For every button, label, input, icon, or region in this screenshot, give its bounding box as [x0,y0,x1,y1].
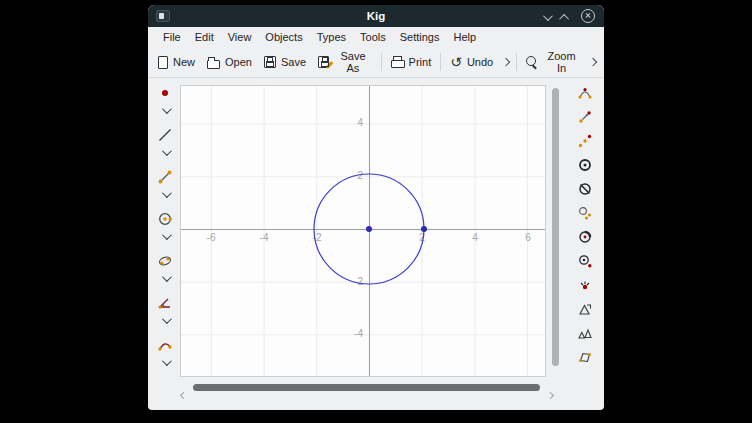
circle-by-three-points-icon [577,205,593,221]
polygon-vertices-icon [577,349,593,365]
printer-icon [391,56,404,69]
radius-point-object[interactable] [421,226,427,232]
toolbar-separator [516,53,517,71]
menu-settings[interactable]: Settings [393,29,447,45]
toolbar-overflow-chevron-icon[interactable] [589,58,597,66]
center-point-object[interactable] [366,226,372,232]
circle-tool-button[interactable] [153,209,177,229]
line-icon [157,127,173,143]
chevron-up-icon [559,14,569,24]
conic-icon [157,253,173,269]
three-points-icon [577,133,593,149]
zoom-in-icon [526,56,538,69]
horizontal-scrollbar[interactable] [180,381,558,394]
inversion-tool-button[interactable] [573,227,597,247]
menu-types[interactable]: Types [310,29,353,45]
reflect-polygon-icon [577,301,593,317]
angle-tool-button[interactable] [153,293,177,313]
angle-tool-expander[interactable] [153,313,177,327]
inversion-icon [577,229,593,245]
circle-tool-expander[interactable] [153,229,177,243]
test-point-icon [577,277,593,293]
segment-tool-button[interactable] [153,167,177,187]
segment-tool-expander[interactable] [153,187,177,201]
desktop-background: Kig File Edit View Objects Types Tools S… [0,0,752,423]
polygon-vertices-tool-button[interactable] [573,347,597,367]
circle-by-three-points-tool-button[interactable] [573,203,597,223]
menu-file[interactable]: File [156,29,188,45]
attach-label-tool-button[interactable] [573,251,597,271]
menubar: File Edit View Objects Types Tools Setti… [148,27,604,47]
point-icon [157,85,173,101]
chevron-down-icon [161,230,171,240]
menu-view[interactable]: View [221,29,259,45]
open-button[interactable]: Open [201,52,258,73]
conic-tool-expander[interactable] [153,271,177,285]
translate-point-tool-button[interactable] [573,107,597,127]
circle-icon [157,211,173,227]
line-tool-expander[interactable] [153,145,177,159]
main-toolbar: New Open Save Save As Print ↺ Un [148,47,604,78]
new-button[interactable]: New [152,52,201,73]
scroll-left-arrow-icon[interactable] [181,384,188,391]
window-title: Kig [148,10,604,22]
save-as-button[interactable]: Save As [312,46,378,78]
menu-tools[interactable]: Tools [353,29,393,45]
vertical-scrollbar-thumb[interactable] [552,88,559,366]
three-points-tool-button[interactable] [573,131,597,151]
print-button[interactable]: Print [385,52,438,73]
polygon-tool-button[interactable] [153,335,177,355]
circle-center-point-tool-button[interactable] [573,155,597,175]
titlebar[interactable]: Kig [148,5,604,27]
arc-by-points-icon [577,85,593,101]
maximize-button[interactable] [562,7,569,25]
scroll-right-arrow-icon[interactable] [548,384,555,391]
translate-point-icon [577,109,593,125]
similar-triangles-tool-button[interactable] [573,323,597,343]
chevron-down-icon [161,188,171,198]
segment-icon [157,169,173,185]
right-tool-column [570,83,600,367]
circle-center-point-icon [577,157,593,173]
kig-window: Kig File Edit View Objects Types Tools S… [148,5,604,410]
chevron-down-icon [161,146,171,156]
point-tool-button[interactable] [153,83,177,103]
toolbar-separator [440,53,441,71]
menu-objects[interactable]: Objects [258,29,309,45]
polygon-tool-expander[interactable] [153,355,177,369]
attach-label-icon [577,253,593,269]
undo-overflow-chevron-icon[interactable] [502,58,510,66]
chevron-down-icon [161,356,171,366]
hide-object-tool-button[interactable] [573,179,597,199]
point-tool-expander[interactable] [153,103,177,117]
conic-tool-button[interactable] [153,251,177,271]
undo-button[interactable]: ↺ Undo [444,52,499,73]
menu-help[interactable]: Help [446,29,483,45]
folder-open-icon [207,60,220,69]
geometry-canvas[interactable]: -6 -4 -2 2 4 6 4 2 -2 -4 [180,85,546,377]
test-point-tool-button[interactable] [573,275,597,295]
chevron-down-icon [543,11,553,21]
chevron-down-icon [161,272,171,282]
similar-triangles-icon [577,325,593,341]
vertical-scrollbar[interactable] [550,85,560,377]
line-tool-button[interactable] [153,125,177,145]
left-tool-column [151,83,179,377]
angle-icon [157,295,173,311]
polygon-icon [157,337,173,353]
menu-edit[interactable]: Edit [188,29,221,45]
horizontal-scrollbar-thumb[interactable] [193,384,540,391]
hide-object-icon [577,181,593,197]
toolbar-separator [381,53,382,71]
reflect-polygon-tool-button[interactable] [573,299,597,319]
arc-by-points-tool-button[interactable] [573,83,597,103]
floppy-save-icon [264,56,276,68]
minimize-button[interactable] [543,7,550,25]
zoom-in-button[interactable]: Zoom In [520,46,587,78]
floppy-save-as-icon [318,56,329,68]
close-button[interactable] [581,9,595,23]
undo-arrow-icon: ↺ [450,56,462,69]
save-button[interactable]: Save [258,52,312,72]
geometry-objects [181,86,547,378]
chevron-down-icon [161,104,171,114]
